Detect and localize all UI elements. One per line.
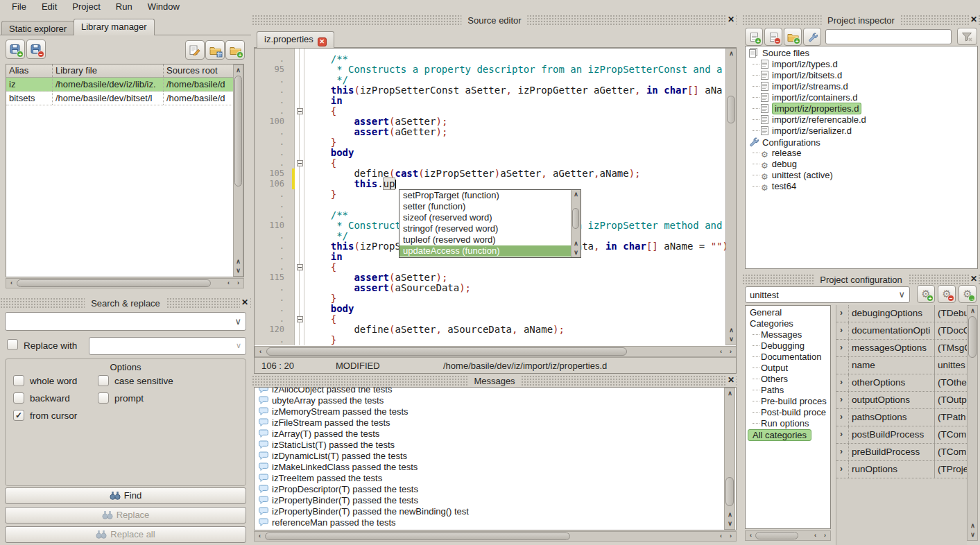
tree-item-source-files[interactable]: Source files: [746, 48, 977, 59]
checkbox-case-sensitive[interactable]: [98, 375, 109, 386]
scrollbar-thumb[interactable]: [17, 279, 211, 287]
close-icon[interactable]: ✕: [726, 15, 736, 26]
category-others[interactable]: Others: [746, 374, 830, 385]
filter-button[interactable]: [957, 28, 977, 45]
message-item[interactable]: izPropertyBinder(T) passed the tests: [259, 495, 736, 506]
library-table-hscrollbar[interactable]: ‹ ‹ ›: [6, 278, 244, 288]
fold-collapse-icon[interactable]: [297, 160, 303, 166]
scrollbar-thumb[interactable]: [725, 477, 734, 506]
close-icon[interactable]: ✕: [726, 375, 736, 386]
remove-config-button[interactable]: ⚙−: [938, 285, 956, 303]
fold-collapse-icon[interactable]: [297, 108, 303, 114]
categories-hscrollbar[interactable]: ‹ ‹ ›: [745, 530, 831, 541]
scrollbar-thumb[interactable]: [727, 96, 735, 123]
completion-item[interactable]: sizeof (reserved word): [399, 212, 581, 223]
tree-item-debug[interactable]: ⚙debug: [746, 159, 977, 170]
scroll-left-icon[interactable]: ‹: [7, 279, 16, 288]
message-item[interactable]: izPropertyBinder(T) passed the newBindin…: [259, 506, 736, 517]
category-debugging[interactable]: Debugging: [746, 340, 830, 352]
tree-item-import-iz-bitsets-d[interactable]: import/iz/bitsets.d: [746, 70, 977, 81]
menu-item-project[interactable]: Project: [65, 0, 108, 13]
table-row[interactable]: iz/home/basile/dev/iz/lib/iz./home/basil…: [6, 78, 243, 92]
category-output[interactable]: Output: [746, 363, 830, 374]
category-general[interactable]: General: [746, 307, 830, 318]
chevron-down-icon[interactable]: ∨: [236, 341, 241, 350]
grid-vscrollbar[interactable]: ∧ ∧ ∨: [967, 305, 978, 541]
category-categories[interactable]: Categories: [746, 318, 830, 329]
message-item[interactable]: izMemoryStream passed the tests: [259, 406, 736, 417]
tab-static-explorer[interactable]: Static explorer: [1, 21, 74, 35]
property-value[interactable]: (TDocO: [938, 325, 967, 336]
clone-config-button[interactable]: ⚙→: [958, 285, 977, 303]
message-item[interactable]: izTreeItem passed the tests: [259, 473, 736, 484]
table-row[interactable]: bitsets/home/basile/dev/bitset/l/home/ba…: [6, 92, 243, 105]
scroll-left-icon[interactable]: ‹: [255, 532, 264, 541]
menu-item-edit[interactable]: Edit: [34, 0, 65, 13]
message-item[interactable]: izMakeLinkedClass passed the tests: [259, 462, 736, 473]
find-button[interactable]: Find: [5, 487, 246, 504]
scroll-up-icon[interactable]: ∧: [571, 239, 581, 248]
tree-item-import-iz-referencable-d[interactable]: import/iz/referencable.d: [746, 114, 977, 126]
fold-collapse-icon[interactable]: [297, 264, 303, 270]
close-icon[interactable]: ✕: [240, 297, 250, 309]
property-value[interactable]: (TProje: [938, 464, 967, 474]
property-row-postbuildprocess[interactable]: ›postBuildProcess(TCom: [836, 426, 967, 444]
messages-vscrollbar[interactable]: ∧ ∧ ∨: [724, 388, 735, 530]
message-item[interactable]: referenceMan passed the tests: [259, 517, 736, 528]
scroll-right-icon[interactable]: ›: [820, 531, 829, 540]
scroll-up-icon[interactable]: ∧: [725, 510, 734, 519]
tree-item-import-iz-containers-d[interactable]: import/iz/containers.d: [746, 92, 977, 103]
scroll-up-icon[interactable]: ∧: [727, 49, 736, 58]
remove-source-button[interactable]: −: [764, 28, 782, 46]
expand-icon[interactable]: ›: [840, 464, 843, 474]
scroll-left-icon[interactable]: ‹: [716, 532, 725, 541]
checkbox-backward[interactable]: [13, 392, 24, 404]
message-item[interactable]: izAllocObject passed the tests: [259, 387, 736, 395]
scroll-up-icon[interactable]: ∧: [968, 521, 977, 530]
close-icon[interactable]: ✕: [969, 274, 979, 285]
scroll-left-icon[interactable]: ‹: [716, 347, 725, 356]
add-source-folder-button[interactable]: +: [784, 28, 802, 46]
messages-hscrollbar[interactable]: ‹ ‹ ›: [254, 531, 737, 542]
scroll-up-icon[interactable]: ∧: [234, 66, 243, 75]
completion-item[interactable]: stringof (reserved word): [399, 223, 581, 234]
menu-item-window[interactable]: Window: [140, 0, 187, 13]
property-row-messagesoptions[interactable]: ›messagesOptions(TMsgO: [836, 340, 967, 357]
expand-icon[interactable]: ›: [840, 308, 843, 318]
tree-item-configurations[interactable]: Configurations: [746, 137, 977, 148]
scrollbar-thumb[interactable]: [234, 76, 242, 187]
column-header-library-file[interactable]: Library file: [53, 64, 164, 77]
tree-item-release[interactable]: ⚙release: [746, 148, 977, 159]
search-input[interactable]: ∨: [5, 312, 246, 331]
scroll-up-icon[interactable]: ∧: [571, 190, 581, 199]
expand-icon[interactable]: ›: [840, 343, 843, 352]
column-header-alias[interactable]: Alias: [6, 64, 53, 77]
tree-item-import-iz-streams-d[interactable]: import/iz/streams.d: [746, 81, 977, 92]
property-row-otheroptions[interactable]: ›otherOptions(TOthe: [836, 374, 967, 392]
category-post-build-proce[interactable]: Post-build proce: [746, 407, 830, 418]
editor-hscrollbar[interactable]: ‹ ‹ ›: [255, 346, 737, 357]
scrollbar-thumb[interactable]: [266, 347, 627, 356]
all-categories-button[interactable]: All categories: [748, 429, 811, 441]
config-select[interactable]: unittest ∨: [745, 286, 910, 303]
scrollbar-thumb[interactable]: [755, 532, 798, 539]
property-row-documentationopti[interactable]: ›documentationOpti(TDocO: [836, 322, 967, 340]
tree-item-unittest-active-[interactable]: ⚙unittest (active): [746, 170, 977, 181]
property-row-name[interactable]: nameunittes: [836, 357, 967, 374]
replace-input[interactable]: ∨: [89, 337, 246, 355]
menu-item-run[interactable]: Run: [108, 0, 140, 13]
tools-button[interactable]: [803, 28, 821, 46]
property-value[interactable]: (TCom: [938, 429, 967, 440]
tab-library-manager[interactable]: Library manager: [74, 19, 155, 35]
scroll-left-icon[interactable]: ‹: [811, 531, 820, 540]
completion-item[interactable]: setPropTarget (function): [399, 190, 581, 201]
tree-item-import-iz-serializer-d[interactable]: import/iz/serializer.d: [746, 126, 977, 137]
property-value[interactable]: (TDebu: [938, 308, 967, 318]
expand-icon[interactable]: ›: [840, 412, 843, 422]
fold-collapse-icon[interactable]: [297, 316, 303, 322]
category-messages[interactable]: Messages: [746, 329, 830, 340]
property-value[interactable]: unittes: [938, 360, 967, 370]
add-folder-button[interactable]: +: [225, 40, 245, 60]
close-tab-icon[interactable]: ✕: [318, 37, 327, 46]
scroll-up-icon[interactable]: ∧: [234, 257, 243, 266]
